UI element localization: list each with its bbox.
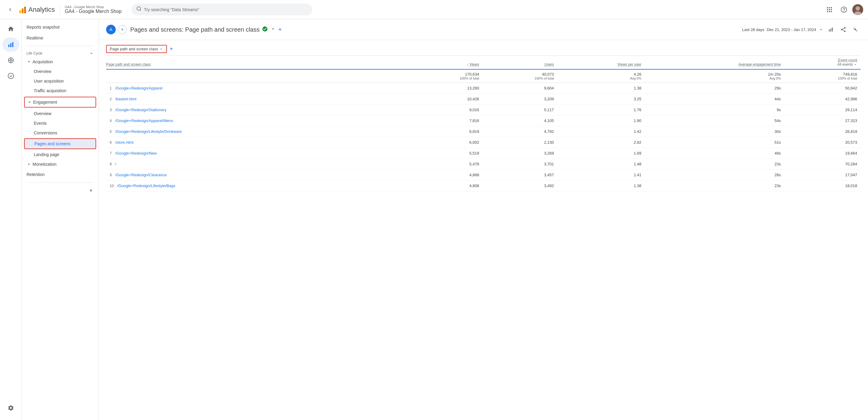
more-icon-button[interactable]	[850, 24, 861, 35]
row-event-count: 27,323	[784, 116, 861, 126]
totals-event-count: 749,816 100% of total	[784, 69, 861, 83]
table-row: 10 /Google+Redesign/Lifestyle/Bags 4,808…	[106, 181, 861, 191]
sidebar-item-advertising[interactable]	[2, 69, 19, 83]
svg-rect-13	[10, 43, 11, 47]
nav-monetization[interactable]: Monetization	[22, 159, 98, 169]
nav-engagement-label: Engagement	[33, 100, 57, 104]
svg-rect-5	[829, 9, 830, 10]
sidebar-item-explore[interactable]	[2, 53, 19, 67]
topbar-divider	[60, 5, 60, 14]
nav-traffic-acquisition[interactable]: Traffic acquisition	[22, 86, 98, 96]
nav-user-acquisition[interactable]: User acquisition	[22, 76, 98, 86]
nav-sidebar: Reports snapshot Realtime Life Cycle Acq…	[22, 19, 99, 420]
help-button[interactable]	[838, 4, 850, 16]
app-title: Analytics	[28, 6, 55, 13]
svg-rect-12	[8, 44, 9, 47]
lifecycle-header: Life Cycle	[22, 49, 98, 57]
page-path-link[interactable]: /	[115, 162, 116, 166]
sidebar-item-reports[interactable]	[2, 37, 19, 52]
date-range-text: Dec 21, 2023 - Jan 17, 2024	[767, 27, 816, 32]
back-button[interactable]	[5, 4, 16, 15]
add-comparison-button[interactable]: +	[118, 25, 127, 34]
totals-row: 170,634 100% of total 40,073 100% of tot…	[106, 69, 861, 83]
col-header-views-per-user[interactable]: Views per user	[558, 56, 645, 69]
page-path-link[interactable]: /Google+Redesign/Apparel/Mens	[115, 119, 173, 123]
nav-pages-and-screens[interactable]: Pages and screens	[25, 139, 96, 149]
share-icon-button[interactable]	[838, 24, 849, 35]
table-row: 5 /Google+Redesign/Lifestyle/Drinkware 6…	[106, 126, 861, 137]
table-row: 8 / 5,478 3,701 1.48 23s 70,284	[106, 159, 861, 170]
sidebar-item-home[interactable]	[2, 22, 19, 36]
nav-engagement-overview[interactable]: Overview	[22, 109, 98, 119]
nav-reports-snapshot[interactable]: Reports snapshot	[22, 22, 98, 33]
svg-rect-8	[829, 11, 830, 12]
nav-acquisition[interactable]: Acquisition	[22, 57, 98, 67]
table-row: 2 /basket.html 10,426 3,209 3.25 44s 42,…	[106, 94, 861, 104]
row-event-count: 42,986	[784, 94, 861, 104]
avatar[interactable]	[852, 4, 863, 15]
add-dimension-button[interactable]: +	[169, 45, 173, 53]
row-users: 3,457	[483, 170, 558, 181]
logo-bar-3	[24, 7, 26, 13]
page-path-link[interactable]: /Google+Redesign/New	[115, 151, 157, 156]
table-header-row: Page path and screen class ↓ Views Users…	[106, 56, 861, 69]
report-title: Pages and screens: Page path and screen …	[130, 26, 259, 33]
main-content: A + Pages and screens: Page path and scr…	[99, 19, 868, 420]
nav-engagement[interactable]: Engagement	[25, 97, 96, 107]
row-dimension: 2 /basket.html	[106, 94, 408, 104]
row-users: 2,130	[483, 137, 558, 148]
page-path-link[interactable]: /basket.html	[115, 97, 136, 101]
svg-rect-6	[831, 9, 832, 10]
page-path-link[interactable]: /Google+Redesign/Apparel	[115, 86, 162, 90]
row-dimension: 6 /store.html	[106, 137, 408, 148]
nav-events[interactable]: Events	[22, 119, 98, 128]
page-path-link[interactable]: /store.html	[115, 140, 133, 144]
add-report-button[interactable]: +	[278, 26, 282, 33]
col-header-views[interactable]: ↓ Views	[408, 56, 483, 69]
row-users: 4,792	[483, 126, 558, 137]
row-users: 3,492	[483, 181, 558, 191]
search-bar[interactable]: Try searching "Data Streams"	[131, 4, 312, 15]
sidebar-item-settings[interactable]	[2, 401, 19, 415]
report-dropdown-icon[interactable]	[270, 26, 276, 33]
page-path-link[interactable]: /Google+Redesign/Stationery	[115, 107, 166, 112]
page-path-link[interactable]: /Google+Redesign/Lifestyle/Bags	[117, 184, 176, 188]
row-users: 9,604	[483, 83, 558, 94]
apps-button[interactable]	[824, 4, 835, 16]
totals-users: 40,073 100% of total	[483, 69, 558, 83]
row-views: 9,016	[408, 104, 483, 116]
row-users: 4,105	[483, 116, 558, 126]
date-range-selector[interactable]: Last 28 days Dec 21, 2023 - Jan 17, 2024	[742, 27, 824, 32]
table-row: 3 /Google+Redesign/Stationery 9,016 5,11…	[106, 104, 861, 116]
nav-landing-page[interactable]: Landing page	[22, 150, 98, 159]
svg-rect-7	[827, 11, 828, 12]
nav-divider-1	[27, 46, 94, 46]
row-event-count: 70,284	[784, 159, 861, 170]
svg-rect-23	[832, 27, 833, 31]
nav-conversions[interactable]: Conversions	[22, 128, 98, 138]
row-views-per-user: 3.25	[558, 94, 645, 104]
nav-collapse[interactable]	[22, 185, 98, 196]
col-header-avg-engagement[interactable]: Average engagement time	[645, 56, 784, 69]
nav-acquisition-overview[interactable]: Overview	[22, 67, 98, 76]
nav-monetization-label: Monetization	[33, 162, 56, 167]
table-row: 6 /store.html 6,002 2,130 2.82 51s 20,57…	[106, 137, 861, 148]
row-users: 3,269	[483, 148, 558, 159]
dimension-chip[interactable]: Page path and screen class	[106, 45, 167, 53]
col-header-users[interactable]: Users	[483, 56, 558, 69]
nav-realtime[interactable]: Realtime	[22, 33, 98, 43]
svg-rect-1	[827, 7, 828, 8]
col-header-event-count[interactable]: Event count All events	[784, 56, 861, 69]
row-views-per-user: 1.38	[558, 181, 645, 191]
page-path-link[interactable]: /Google+Redesign/Lifestyle/Drinkware	[115, 129, 182, 134]
totals-views: 170,634 100% of total	[408, 69, 483, 83]
verified-icon	[262, 26, 268, 33]
row-avg-engagement: 9s	[645, 104, 784, 116]
svg-rect-2	[829, 7, 830, 8]
page-path-link[interactable]: /Google+Redesign/Clearance	[115, 173, 167, 177]
dimension-chip-label: Page path and screen class	[110, 47, 158, 51]
nav-retention[interactable]: Retention	[22, 169, 98, 180]
chart-icon-button[interactable]	[826, 24, 837, 35]
row-avg-engagement: 23s	[645, 159, 784, 170]
svg-point-0	[137, 7, 141, 10]
